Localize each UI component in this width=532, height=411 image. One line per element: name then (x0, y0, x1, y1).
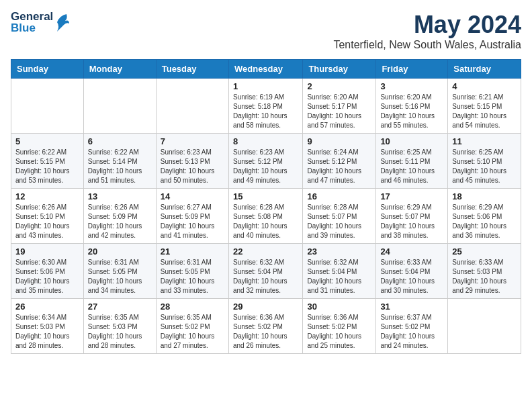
day-number: 28 (161, 302, 224, 312)
calendar-cell: 6Sunrise: 6:22 AM Sunset: 5:14 PM Daylig… (83, 134, 156, 189)
day-number: 10 (380, 136, 443, 146)
calendar-cell: 15Sunrise: 6:28 AM Sunset: 5:08 PM Dayli… (228, 189, 302, 244)
cell-sun-info: Sunrise: 6:31 AM Sunset: 5:05 PM Dayligh… (161, 258, 224, 295)
cell-sun-info: Sunrise: 6:36 AM Sunset: 5:02 PM Dayligh… (307, 313, 371, 351)
weekday-header-wednesday: Wednesday (228, 60, 302, 79)
calendar-cell (448, 299, 521, 354)
calendar-table: SundayMondayTuesdayWednesdayThursdayFrid… (11, 59, 521, 354)
day-number: 23 (307, 246, 371, 257)
calendar-cell: 23Sunrise: 6:32 AM Sunset: 5:04 PM Dayli… (303, 244, 376, 299)
calendar-cell: 14Sunrise: 6:27 AM Sunset: 5:09 PM Dayli… (156, 189, 228, 244)
cell-sun-info: Sunrise: 6:29 AM Sunset: 5:06 PM Dayligh… (452, 203, 517, 240)
calendar-cell: 11Sunrise: 6:25 AM Sunset: 5:10 PM Dayli… (448, 134, 521, 189)
weekday-header-thursday: Thursday (303, 60, 376, 79)
cell-sun-info: Sunrise: 6:22 AM Sunset: 5:15 PM Dayligh… (15, 148, 79, 185)
cell-sun-info: Sunrise: 6:20 AM Sunset: 5:16 PM Dayligh… (380, 93, 443, 130)
location-subtitle: Tenterfield, New South Wales, Australia (333, 39, 521, 51)
calendar-cell: 10Sunrise: 6:25 AM Sunset: 5:11 PM Dayli… (376, 134, 448, 189)
calendar-cell: 27Sunrise: 6:35 AM Sunset: 5:03 PM Dayli… (83, 299, 156, 354)
day-number: 31 (380, 302, 443, 312)
weekday-header-saturday: Saturday (448, 60, 521, 79)
logo: General Blue (11, 11, 69, 34)
calendar-week-row: 26Sunrise: 6:34 AM Sunset: 5:03 PM Dayli… (11, 299, 521, 354)
day-number: 8 (233, 136, 298, 146)
calendar-cell: 3Sunrise: 6:20 AM Sunset: 5:16 PM Daylig… (376, 79, 448, 134)
cell-sun-info: Sunrise: 6:22 AM Sunset: 5:14 PM Dayligh… (88, 148, 152, 185)
day-number: 6 (88, 136, 152, 146)
calendar-cell: 8Sunrise: 6:23 AM Sunset: 5:12 PM Daylig… (228, 134, 302, 189)
day-number: 20 (88, 246, 152, 257)
calendar-cell: 25Sunrise: 6:33 AM Sunset: 5:03 PM Dayli… (448, 244, 521, 299)
calendar-cell: 26Sunrise: 6:34 AM Sunset: 5:03 PM Dayli… (11, 299, 84, 354)
day-number: 29 (233, 302, 298, 312)
day-number: 30 (307, 302, 371, 312)
day-number: 14 (161, 191, 224, 201)
cell-sun-info: Sunrise: 6:26 AM Sunset: 5:10 PM Dayligh… (15, 203, 79, 240)
cell-sun-info: Sunrise: 6:20 AM Sunset: 5:17 PM Dayligh… (307, 93, 371, 130)
logo-container: General Blue (11, 11, 69, 34)
calendar-cell: 28Sunrise: 6:35 AM Sunset: 5:02 PM Dayli… (156, 299, 228, 354)
calendar-cell (156, 79, 228, 134)
calendar-week-row: 5Sunrise: 6:22 AM Sunset: 5:15 PM Daylig… (11, 134, 521, 189)
calendar-cell: 29Sunrise: 6:36 AM Sunset: 5:02 PM Dayli… (228, 299, 302, 354)
cell-sun-info: Sunrise: 6:28 AM Sunset: 5:08 PM Dayligh… (233, 203, 298, 240)
day-number: 22 (233, 246, 298, 257)
calendar-cell: 17Sunrise: 6:29 AM Sunset: 5:07 PM Dayli… (376, 189, 448, 244)
logo-text-block: General Blue (11, 11, 53, 34)
page-header: General Blue May 2024 Tenterfield, New S… (11, 11, 521, 51)
calendar-cell: 1Sunrise: 6:19 AM Sunset: 5:18 PM Daylig… (228, 79, 302, 134)
day-number: 11 (452, 136, 517, 146)
cell-sun-info: Sunrise: 6:29 AM Sunset: 5:07 PM Dayligh… (380, 203, 443, 240)
cell-sun-info: Sunrise: 6:25 AM Sunset: 5:10 PM Dayligh… (452, 148, 517, 185)
calendar-week-row: 12Sunrise: 6:26 AM Sunset: 5:10 PM Dayli… (11, 189, 521, 244)
day-number: 2 (307, 81, 371, 91)
calendar-cell: 21Sunrise: 6:31 AM Sunset: 5:05 PM Dayli… (156, 244, 228, 299)
day-number: 25 (452, 246, 517, 257)
calendar-cell: 2Sunrise: 6:20 AM Sunset: 5:17 PM Daylig… (303, 79, 376, 134)
cell-sun-info: Sunrise: 6:32 AM Sunset: 5:04 PM Dayligh… (307, 258, 371, 295)
cell-sun-info: Sunrise: 6:37 AM Sunset: 5:02 PM Dayligh… (380, 313, 443, 351)
day-number: 15 (233, 191, 298, 201)
day-number: 21 (161, 246, 224, 257)
calendar-cell: 20Sunrise: 6:31 AM Sunset: 5:05 PM Dayli… (83, 244, 156, 299)
calendar-cell: 5Sunrise: 6:22 AM Sunset: 5:15 PM Daylig… (11, 134, 84, 189)
cell-sun-info: Sunrise: 6:25 AM Sunset: 5:11 PM Dayligh… (380, 148, 443, 185)
weekday-header-tuesday: Tuesday (156, 60, 228, 79)
day-number: 24 (380, 246, 443, 257)
calendar-cell: 13Sunrise: 6:26 AM Sunset: 5:09 PM Dayli… (83, 189, 156, 244)
cell-sun-info: Sunrise: 6:31 AM Sunset: 5:05 PM Dayligh… (88, 258, 152, 295)
cell-sun-info: Sunrise: 6:33 AM Sunset: 5:03 PM Dayligh… (452, 258, 517, 295)
day-number: 16 (307, 191, 371, 201)
cell-sun-info: Sunrise: 6:28 AM Sunset: 5:07 PM Dayligh… (307, 203, 371, 240)
calendar-cell: 12Sunrise: 6:26 AM Sunset: 5:10 PM Dayli… (11, 189, 84, 244)
cell-sun-info: Sunrise: 6:26 AM Sunset: 5:09 PM Dayligh… (88, 203, 152, 240)
logo-blue-text: Blue (11, 22, 53, 34)
cell-sun-info: Sunrise: 6:32 AM Sunset: 5:04 PM Dayligh… (233, 258, 298, 295)
calendar-cell: 16Sunrise: 6:28 AM Sunset: 5:07 PM Dayli… (303, 189, 376, 244)
day-number: 26 (15, 302, 79, 312)
calendar-cell: 24Sunrise: 6:33 AM Sunset: 5:04 PM Dayli… (376, 244, 448, 299)
cell-sun-info: Sunrise: 6:34 AM Sunset: 5:03 PM Dayligh… (15, 313, 79, 351)
calendar-cell: 18Sunrise: 6:29 AM Sunset: 5:06 PM Dayli… (448, 189, 521, 244)
cell-sun-info: Sunrise: 6:36 AM Sunset: 5:02 PM Dayligh… (233, 313, 298, 351)
day-number: 1 (233, 81, 298, 91)
calendar-cell: 9Sunrise: 6:24 AM Sunset: 5:12 PM Daylig… (303, 134, 376, 189)
weekday-header-friday: Friday (376, 60, 448, 79)
day-number: 27 (88, 302, 152, 312)
logo-general-text: General (11, 11, 53, 22)
title-area: May 2024 Tenterfield, New South Wales, A… (333, 11, 521, 51)
day-number: 7 (161, 136, 224, 146)
calendar-cell: 19Sunrise: 6:30 AM Sunset: 5:06 PM Dayli… (11, 244, 84, 299)
calendar-cell (83, 79, 156, 134)
calendar-week-row: 19Sunrise: 6:30 AM Sunset: 5:06 PM Dayli… (11, 244, 521, 299)
day-number: 9 (307, 136, 371, 146)
day-number: 12 (15, 191, 79, 201)
cell-sun-info: Sunrise: 6:24 AM Sunset: 5:12 PM Dayligh… (307, 148, 371, 185)
cell-sun-info: Sunrise: 6:23 AM Sunset: 5:12 PM Dayligh… (233, 148, 298, 185)
day-number: 19 (15, 246, 79, 257)
day-number: 18 (452, 191, 517, 201)
logo-swoosh-icon (54, 13, 69, 32)
day-number: 17 (380, 191, 443, 201)
cell-sun-info: Sunrise: 6:33 AM Sunset: 5:04 PM Dayligh… (380, 258, 443, 295)
day-number: 5 (15, 136, 79, 146)
